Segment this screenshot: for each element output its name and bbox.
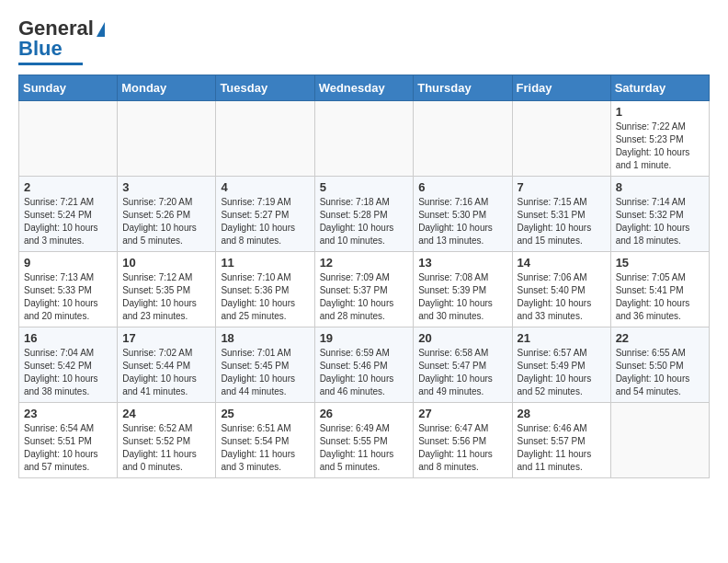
day-info: Sunrise: 7:08 AM Sunset: 5:39 PM Dayligh… xyxy=(418,271,506,323)
calendar-day-cell: 3Sunrise: 7:20 AM Sunset: 5:26 PM Daylig… xyxy=(118,177,216,252)
day-info: Sunrise: 7:15 AM Sunset: 5:31 PM Dayligh… xyxy=(518,196,606,247)
day-info: Sunrise: 6:52 AM Sunset: 5:52 PM Dayligh… xyxy=(122,422,210,474)
day-number: 16 xyxy=(24,331,112,345)
day-number: 3 xyxy=(122,180,210,194)
day-info: Sunrise: 7:22 AM Sunset: 5:23 PM Dayligh… xyxy=(616,121,704,172)
calendar-day-cell: 25Sunrise: 6:51 AM Sunset: 5:54 PM Dayli… xyxy=(216,403,314,478)
calendar-day-cell: 7Sunrise: 7:15 AM Sunset: 5:31 PM Daylig… xyxy=(512,177,610,252)
day-info: Sunrise: 7:02 AM Sunset: 5:44 PM Dayligh… xyxy=(122,347,210,398)
day-info: Sunrise: 7:01 AM Sunset: 5:45 PM Dayligh… xyxy=(221,347,309,398)
calendar-day-cell: 10Sunrise: 7:12 AM Sunset: 5:35 PM Dayli… xyxy=(118,252,216,327)
calendar-day-cell: 6Sunrise: 7:16 AM Sunset: 5:30 PM Daylig… xyxy=(414,177,512,252)
calendar-day-cell: 5Sunrise: 7:18 AM Sunset: 5:28 PM Daylig… xyxy=(314,177,414,252)
day-number: 25 xyxy=(221,407,309,420)
day-info: Sunrise: 6:47 AM Sunset: 5:56 PM Dayligh… xyxy=(418,422,506,474)
calendar-day-cell: 19Sunrise: 6:59 AM Sunset: 5:46 PM Dayli… xyxy=(314,327,414,403)
day-number: 13 xyxy=(418,256,506,270)
day-number: 28 xyxy=(518,407,606,420)
day-number: 8 xyxy=(616,180,704,194)
calendar-day-cell: 23Sunrise: 6:54 AM Sunset: 5:51 PM Dayli… xyxy=(19,403,118,478)
weekday-header: Tuesday xyxy=(216,75,314,101)
calendar-day-cell: 28Sunrise: 6:46 AM Sunset: 5:57 PM Dayli… xyxy=(512,403,610,478)
calendar-day-cell xyxy=(216,101,314,177)
day-info: Sunrise: 6:54 AM Sunset: 5:51 PM Dayligh… xyxy=(24,422,112,474)
day-info: Sunrise: 7:04 AM Sunset: 5:42 PM Dayligh… xyxy=(24,347,112,398)
calendar-week-row: 16Sunrise: 7:04 AM Sunset: 5:42 PM Dayli… xyxy=(19,327,710,403)
calendar-day-cell xyxy=(314,101,414,177)
day-number: 5 xyxy=(320,180,409,194)
calendar-day-cell xyxy=(512,101,610,177)
day-number: 18 xyxy=(221,331,309,345)
calendar-day-cell: 21Sunrise: 6:57 AM Sunset: 5:49 PM Dayli… xyxy=(512,327,610,403)
day-number: 17 xyxy=(122,331,210,345)
day-number: 27 xyxy=(418,407,506,420)
calendar-day-cell: 20Sunrise: 6:58 AM Sunset: 5:47 PM Dayli… xyxy=(414,327,512,403)
calendar-day-cell: 2Sunrise: 7:21 AM Sunset: 5:24 PM Daylig… xyxy=(19,177,118,252)
day-number: 2 xyxy=(24,180,112,194)
day-info: Sunrise: 6:51 AM Sunset: 5:54 PM Dayligh… xyxy=(221,422,309,474)
calendar-day-cell: 13Sunrise: 7:08 AM Sunset: 5:39 PM Dayli… xyxy=(414,252,512,327)
day-info: Sunrise: 7:20 AM Sunset: 5:26 PM Dayligh… xyxy=(122,196,210,247)
day-number: 26 xyxy=(320,407,409,420)
calendar-day-cell: 15Sunrise: 7:05 AM Sunset: 5:41 PM Dayli… xyxy=(610,252,709,327)
calendar-table: SundayMondayTuesdayWednesdayThursdayFrid… xyxy=(18,75,710,478)
calendar-day-cell: 27Sunrise: 6:47 AM Sunset: 5:56 PM Dayli… xyxy=(414,403,512,478)
day-info: Sunrise: 6:57 AM Sunset: 5:49 PM Dayligh… xyxy=(518,347,606,398)
day-number: 9 xyxy=(24,256,112,270)
calendar-day-cell: 1Sunrise: 7:22 AM Sunset: 5:23 PM Daylig… xyxy=(610,101,709,177)
day-info: Sunrise: 7:16 AM Sunset: 5:30 PM Dayligh… xyxy=(418,196,506,247)
day-number: 15 xyxy=(616,256,704,270)
calendar-header-row: SundayMondayTuesdayWednesdayThursdayFrid… xyxy=(19,75,710,101)
calendar-day-cell: 24Sunrise: 6:52 AM Sunset: 5:52 PM Dayli… xyxy=(118,403,216,478)
day-info: Sunrise: 6:49 AM Sunset: 5:55 PM Dayligh… xyxy=(320,422,409,474)
day-info: Sunrise: 7:14 AM Sunset: 5:32 PM Dayligh… xyxy=(616,196,704,247)
weekday-header: Thursday xyxy=(414,75,512,101)
logo-underline xyxy=(18,63,83,65)
calendar-day-cell: 12Sunrise: 7:09 AM Sunset: 5:37 PM Dayli… xyxy=(314,252,414,327)
day-number: 24 xyxy=(122,407,210,420)
day-info: Sunrise: 6:55 AM Sunset: 5:50 PM Dayligh… xyxy=(616,347,704,398)
day-info: Sunrise: 7:19 AM Sunset: 5:27 PM Dayligh… xyxy=(221,196,309,247)
day-number: 10 xyxy=(122,256,210,270)
weekday-header: Monday xyxy=(118,75,216,101)
logo-text: General xyxy=(18,18,105,39)
calendar-day-cell: 17Sunrise: 7:02 AM Sunset: 5:44 PM Dayli… xyxy=(118,327,216,403)
calendar-day-cell xyxy=(118,101,216,177)
calendar-day-cell: 22Sunrise: 6:55 AM Sunset: 5:50 PM Dayli… xyxy=(610,327,709,403)
weekday-header: Wednesday xyxy=(314,75,414,101)
day-number: 7 xyxy=(518,180,606,194)
day-info: Sunrise: 7:10 AM Sunset: 5:36 PM Dayligh… xyxy=(221,271,309,323)
calendar-week-row: 1Sunrise: 7:22 AM Sunset: 5:23 PM Daylig… xyxy=(19,101,710,177)
day-info: Sunrise: 7:18 AM Sunset: 5:28 PM Dayligh… xyxy=(320,196,409,247)
day-info: Sunrise: 7:09 AM Sunset: 5:37 PM Dayligh… xyxy=(320,271,409,323)
day-info: Sunrise: 7:13 AM Sunset: 5:33 PM Dayligh… xyxy=(24,271,112,323)
day-number: 6 xyxy=(418,180,506,194)
calendar-week-row: 9Sunrise: 7:13 AM Sunset: 5:33 PM Daylig… xyxy=(19,252,710,327)
day-number: 12 xyxy=(320,256,409,270)
day-info: Sunrise: 7:12 AM Sunset: 5:35 PM Dayligh… xyxy=(122,271,210,323)
page-header: General Blue xyxy=(18,18,710,65)
day-info: Sunrise: 6:46 AM Sunset: 5:57 PM Dayligh… xyxy=(518,422,606,474)
calendar-week-row: 2Sunrise: 7:21 AM Sunset: 5:24 PM Daylig… xyxy=(19,177,710,252)
day-info: Sunrise: 6:58 AM Sunset: 5:47 PM Dayligh… xyxy=(418,347,506,398)
day-info: Sunrise: 7:06 AM Sunset: 5:40 PM Dayligh… xyxy=(518,271,606,323)
day-number: 23 xyxy=(24,407,112,420)
logo-blue: Blue xyxy=(18,37,63,61)
weekday-header: Saturday xyxy=(610,75,709,101)
calendar-day-cell: 9Sunrise: 7:13 AM Sunset: 5:33 PM Daylig… xyxy=(19,252,118,327)
day-number: 14 xyxy=(518,256,606,270)
calendar-day-cell: 11Sunrise: 7:10 AM Sunset: 5:36 PM Dayli… xyxy=(216,252,314,327)
day-number: 22 xyxy=(616,331,704,345)
calendar-day-cell: 4Sunrise: 7:19 AM Sunset: 5:27 PM Daylig… xyxy=(216,177,314,252)
day-number: 20 xyxy=(418,331,506,345)
calendar-day-cell xyxy=(414,101,512,177)
weekday-header: Friday xyxy=(512,75,610,101)
calendar-day-cell xyxy=(19,101,118,177)
day-info: Sunrise: 7:21 AM Sunset: 5:24 PM Dayligh… xyxy=(24,196,112,247)
day-number: 1 xyxy=(616,105,704,119)
day-number: 11 xyxy=(221,256,309,270)
calendar-day-cell: 8Sunrise: 7:14 AM Sunset: 5:32 PM Daylig… xyxy=(610,177,709,252)
day-number: 4 xyxy=(221,180,309,194)
day-number: 21 xyxy=(518,331,606,345)
calendar-day-cell: 16Sunrise: 7:04 AM Sunset: 5:42 PM Dayli… xyxy=(19,327,118,403)
